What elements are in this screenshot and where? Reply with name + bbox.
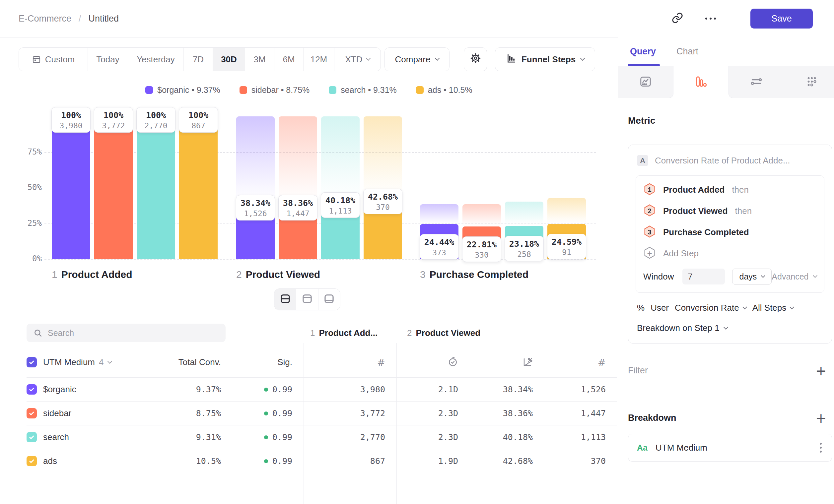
breadcrumb-project[interactable]: E-Commerce bbox=[19, 14, 71, 24]
layout-chart-only-button[interactable] bbox=[296, 289, 318, 310]
date-range-30d[interactable]: 30D bbox=[213, 48, 245, 71]
row-checkbox-ads[interactable] bbox=[26, 456, 37, 466]
step-number: 2 bbox=[236, 269, 242, 280]
bar-count: 370 bbox=[364, 203, 402, 211]
date-range-12m[interactable]: 12M bbox=[304, 48, 334, 71]
date-range-6m[interactable]: 6M bbox=[275, 48, 304, 71]
add-step-button[interactable]: + Add Step bbox=[643, 243, 817, 264]
breakdown-property-card[interactable]: Aa UTM Medium bbox=[628, 434, 832, 462]
sig-dot bbox=[264, 435, 268, 439]
step-name: Product Added bbox=[61, 269, 132, 280]
table-search-area bbox=[26, 319, 304, 347]
legend-item-search[interactable]: search • 9.31% bbox=[329, 85, 397, 95]
step1-column-header[interactable]: 1 Product Add... bbox=[304, 319, 396, 347]
funnel-bar-sidebar-step1[interactable] bbox=[94, 116, 133, 259]
date-range-xtd[interactable]: XTD bbox=[334, 48, 380, 71]
metric-formula[interactable]: A Conversion Rate of Product Adde... bbox=[636, 153, 825, 168]
row-checkbox-organic[interactable] bbox=[26, 384, 37, 395]
window-unit-select[interactable]: days bbox=[732, 269, 772, 284]
query-step-3[interactable]: 3Purchase Completed bbox=[643, 222, 817, 243]
date-range-7d[interactable]: 7D bbox=[184, 48, 213, 71]
query-step-1[interactable]: 1Product Addedthen bbox=[643, 179, 817, 200]
step1-count-header[interactable]: # bbox=[304, 347, 396, 378]
row-label: search bbox=[43, 432, 69, 442]
legend-item-organic[interactable]: $organic • 9.37% bbox=[145, 85, 220, 95]
step2-rate-header[interactable] bbox=[469, 347, 544, 378]
compare-button[interactable]: Compare bbox=[385, 47, 449, 71]
date-range-today[interactable]: Today bbox=[88, 48, 128, 71]
chart-type-funnel-tab[interactable] bbox=[674, 66, 728, 98]
chart-view-selector[interactable]: Funnel Steps bbox=[495, 47, 595, 71]
measure-entity[interactable]: User bbox=[651, 303, 669, 313]
measure-scope-select[interactable]: All Steps bbox=[752, 303, 794, 313]
row-name-search: search bbox=[26, 426, 156, 449]
more-options-button[interactable] bbox=[702, 9, 720, 27]
row-name-ads: ads bbox=[26, 449, 156, 473]
date-range-custom[interactable]: Custom bbox=[19, 48, 88, 71]
chart-type-retention-tab[interactable] bbox=[784, 66, 834, 98]
group-count: 4 bbox=[99, 357, 104, 367]
query-step-2[interactable]: 2Product Viewedthen bbox=[643, 200, 817, 222]
legend-item-sidebar[interactable]: sidebar • 8.75% bbox=[240, 85, 310, 95]
tab-query[interactable]: Query bbox=[630, 46, 656, 57]
funnel-steps-card: 1Product Addedthen2Product Viewedthen3Pu… bbox=[636, 176, 825, 293]
step2-time-header[interactable] bbox=[396, 347, 469, 378]
conversion-rate-icon bbox=[522, 357, 533, 368]
filter-section: Filter + bbox=[628, 365, 832, 376]
legend-item-ads[interactable]: ads • 10.5% bbox=[416, 85, 473, 95]
row-step2-time-search: 2.3D bbox=[396, 426, 469, 449]
chart-type-insights-tab[interactable] bbox=[618, 66, 674, 98]
query-panel: Query Chart bbox=[618, 37, 834, 504]
tab-chart[interactable]: Chart bbox=[676, 46, 698, 57]
sig-header[interactable]: Sig. bbox=[232, 347, 304, 378]
legend-label: sidebar • 8.75% bbox=[251, 85, 310, 95]
sig-label: Sig. bbox=[277, 357, 292, 367]
measure-symbol[interactable]: % bbox=[637, 303, 644, 313]
search-input[interactable] bbox=[26, 324, 225, 342]
step2-column-num: 2 bbox=[407, 328, 412, 338]
row-checkbox-sidebar[interactable] bbox=[26, 408, 37, 418]
advanced-toggle[interactable]: Advanced bbox=[772, 272, 816, 281]
breakdown-property-name: UTM Medium bbox=[656, 443, 707, 453]
sig-value: 0.99 bbox=[272, 385, 292, 394]
group-by-header[interactable]: UTM Medium 4 bbox=[26, 347, 156, 378]
add-breakdown-button[interactable]: + bbox=[815, 413, 827, 423]
breadcrumb-title[interactable]: Untitled bbox=[89, 14, 119, 24]
step2-column-header[interactable]: 2 Product Viewed bbox=[396, 319, 617, 347]
query-step-name: Product Viewed bbox=[663, 206, 728, 216]
funnel-bar-search-step1[interactable] bbox=[137, 116, 175, 259]
kebab-menu-icon[interactable] bbox=[818, 441, 824, 455]
date-range-yesterday[interactable]: Yesterday bbox=[128, 48, 184, 71]
funnel-chart-icon bbox=[695, 75, 707, 89]
layout-split-button[interactable] bbox=[275, 289, 296, 310]
chart-type-flow-tab[interactable] bbox=[728, 66, 784, 98]
funnel-ghost-bar bbox=[279, 116, 317, 204]
date-range-3m[interactable]: 3M bbox=[245, 48, 275, 71]
add-step-label: Add Step bbox=[663, 248, 699, 259]
copy-link-button[interactable] bbox=[668, 9, 686, 27]
layout-table-only-button[interactable] bbox=[319, 289, 340, 310]
funnel-bar-ads-step1[interactable] bbox=[179, 116, 218, 259]
step-hexagon-icon: 1 bbox=[643, 183, 656, 197]
funnel-bar-organic-step1[interactable] bbox=[52, 116, 90, 259]
bar-count: 1,447 bbox=[279, 209, 317, 218]
window-value-input[interactable] bbox=[682, 269, 725, 284]
chart-settings-button[interactable] bbox=[464, 47, 487, 71]
row-checkbox-search[interactable] bbox=[26, 432, 37, 442]
total-conv-header[interactable]: Total Conv. bbox=[156, 347, 232, 378]
advanced-label: Advanced bbox=[772, 272, 809, 281]
select-all-checkbox[interactable] bbox=[26, 357, 37, 367]
bar-pct: 40.18% bbox=[321, 196, 359, 205]
active-tab-underline bbox=[628, 64, 660, 66]
save-button[interactable]: Save bbox=[750, 8, 813, 28]
add-filter-button[interactable]: + bbox=[815, 366, 827, 376]
breakdown-on-select[interactable]: Breakdown on Step 1 bbox=[636, 323, 825, 333]
legend-label: ads • 10.5% bbox=[428, 85, 473, 95]
breakdown-on-label: Breakdown on Step 1 bbox=[637, 323, 720, 333]
window-label: Window bbox=[643, 272, 674, 282]
date-range-control: CustomTodayYesterday7D30D3M6M12MXTD bbox=[19, 47, 381, 71]
measure-metric-select[interactable]: Conversion Rate bbox=[675, 303, 746, 313]
range-label: 6M bbox=[283, 54, 294, 65]
step-hexagon-number: 3 bbox=[643, 225, 656, 239]
step2-count-header[interactable]: # bbox=[544, 347, 617, 378]
